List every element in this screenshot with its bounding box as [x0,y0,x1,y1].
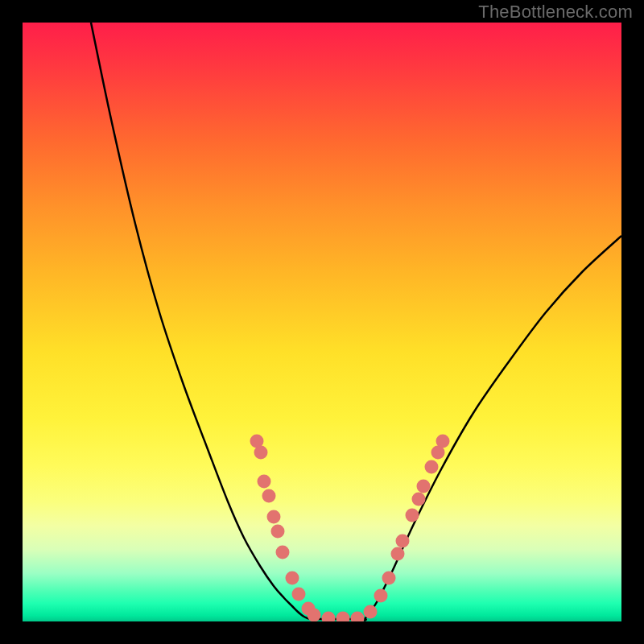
data-marker [262,489,276,503]
data-marker [382,572,396,585]
data-marker [286,572,299,585]
plot-area [23,23,621,621]
bottleneck-curve [91,23,621,621]
data-marker [336,612,350,622]
data-marker [292,588,306,601]
data-marker [374,589,388,603]
data-marker [391,547,405,561]
watermark-text: TheBottleneck.com [478,2,633,23]
data-marker [412,493,426,506]
data-marker [396,535,410,548]
data-marker [322,612,336,622]
data-marker [254,446,268,460]
data-marker [308,609,321,622]
chart-frame: TheBottleneck.com [0,0,644,644]
data-marker [267,510,281,524]
data-marker [258,475,271,489]
data-marker [417,480,431,493]
data-marker [351,612,365,622]
chart-svg [23,23,621,621]
data-marker [406,509,419,522]
data-marker [436,435,450,448]
data-marker [276,546,290,559]
data-marker [271,525,285,539]
curve-line [91,23,621,621]
data-marker [364,605,378,619]
data-marker [425,460,439,474]
